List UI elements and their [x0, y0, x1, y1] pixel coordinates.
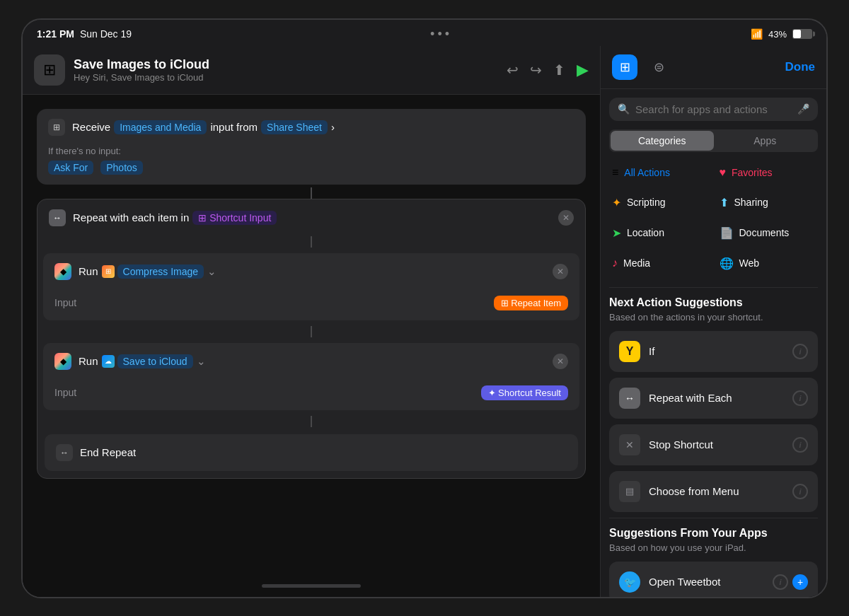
segment-control: Categories Apps	[609, 129, 818, 152]
divider-2	[609, 518, 818, 518]
wifi-icon: 📶	[751, 28, 763, 40]
all-actions-label: All Actions	[624, 167, 670, 178]
shortcut-result-badge[interactable]: ✦ Shortcut Result	[481, 385, 569, 400]
category-grid: ≡ All Actions ♥ Favorites ✦ Scripting ⬆ …	[609, 161, 818, 276]
status-right: 📶 43%	[751, 28, 812, 40]
main-content: ⊞ Save Images to iCloud Hey Siri, Save I…	[23, 46, 826, 597]
status-date: Sun Dec 19	[80, 28, 132, 40]
run-save-block: ◆ Run ☁ Save to iCloud ⌄ ✕	[43, 343, 579, 410]
add-action-btn[interactable]: ⊞	[612, 54, 637, 80]
cat-scripting[interactable]: ✦ Scripting	[609, 190, 711, 215]
tweetbot-icon: 🐦	[619, 571, 640, 593]
save-action-info: Input ✦ Shortcut Result	[43, 380, 579, 410]
repeat-input-token[interactable]: ⊞ Shortcut Input	[192, 211, 277, 225]
receive-action-block: ⊞ Receive Images and Media input from Sh…	[37, 109, 586, 185]
suggestion-choose-menu[interactable]: ▤ Choose from Menu i	[609, 471, 818, 512]
cat-sharing[interactable]: ⬆ Sharing	[717, 190, 819, 215]
search-bar: 🔍 🎤	[609, 98, 818, 121]
location-label: Location	[627, 227, 664, 238]
sharing-label: Sharing	[734, 197, 768, 208]
receive-source[interactable]: Share Sheet	[261, 120, 328, 134]
favorites-icon: ♥	[720, 166, 727, 179]
categories-tab[interactable]: Categories	[611, 131, 714, 151]
dots-icon: •••	[430, 27, 452, 41]
documents-icon: 📄	[720, 226, 734, 240]
run-save-icon: ◆	[54, 353, 71, 370]
editor-scroll[interactable]: ⊞ Receive Images and Media input from Sh…	[23, 95, 600, 576]
run-save-chevron: ⌄	[197, 355, 206, 368]
play-button[interactable]: ▶	[577, 61, 589, 79]
run-compress-chevron: ⌄	[207, 265, 216, 278]
suggestion-tweetbot[interactable]: 🐦 Open Tweetbot i +	[609, 562, 818, 597]
cat-location[interactable]: ➤ Location	[609, 221, 711, 245]
web-label: Web	[739, 257, 760, 269]
receive-action-row: ⊞ Receive Images and Media input from Sh…	[37, 109, 586, 146]
end-repeat-wrapper: ↔ End Repeat	[37, 427, 585, 478]
shortcut-title: Save Images to iCloud	[74, 57, 498, 72]
tweetbot-info-btn[interactable]: i	[773, 574, 788, 590]
status-center: •••	[430, 27, 452, 42]
repeat-each-info-btn[interactable]: i	[792, 390, 808, 406]
done-button[interactable]: Done	[785, 60, 816, 74]
home-bar	[262, 584, 361, 588]
stop-shortcut-icon: ✕	[619, 434, 640, 455]
status-left: 1:21 PM Sun Dec 19	[37, 28, 132, 40]
web-icon: 🌐	[720, 257, 734, 270]
cat-documents[interactable]: 📄 Documents	[717, 221, 819, 245]
settings-btn[interactable]: ⊜	[646, 54, 671, 80]
receive-input-from: input from	[210, 121, 258, 133]
repeat-item-badge[interactable]: ⊞ Repeat Item	[494, 296, 568, 310]
compress-app-icon: ⊞	[102, 265, 115, 278]
panel-header-icons: ⊞ ⊜	[612, 54, 671, 80]
home-indicator	[23, 576, 600, 597]
save-name-token[interactable]: Save to iCloud	[117, 354, 193, 368]
tweetbot-label: Open Tweetbot	[649, 576, 773, 588]
ask-for-token[interactable]: Ask For	[48, 161, 93, 175]
run-compress-block: ◆ Run ⊞ Compress Image ⌄ ✕	[43, 253, 579, 320]
receive-icon: ⊞	[48, 119, 65, 136]
suggestion-stop-shortcut[interactable]: ✕ Stop Shortcut i	[609, 424, 818, 465]
repeat-action-row: ↔ Repeat with each item in ⊞ Shortcut In…	[37, 199, 585, 236]
compress-action-info: Input ⊞ Repeat Item	[43, 290, 579, 320]
repeat-label: Repeat with each item in	[73, 211, 189, 223]
photos-token[interactable]: Photos	[100, 161, 143, 175]
shortcut-app-icon: ⊞	[34, 54, 65, 86]
choose-menu-info-btn[interactable]: i	[792, 484, 808, 499]
stop-shortcut-label: Stop Shortcut	[649, 438, 792, 451]
all-actions-icon: ≡	[612, 166, 618, 179]
apps-tab[interactable]: Apps	[714, 131, 817, 151]
suggestion-repeat-each[interactable]: ↔ Repeat with Each i	[609, 378, 818, 419]
redo-button[interactable]: ↪	[530, 62, 542, 79]
share-button[interactable]: ⬆	[553, 62, 565, 79]
repeat-close-btn[interactable]: ✕	[558, 210, 574, 226]
receive-input-type[interactable]: Images and Media	[114, 120, 207, 134]
next-action-title: Next Action Suggestions	[609, 296, 818, 309]
undo-button[interactable]: ↩	[507, 62, 519, 79]
sharing-icon: ⬆	[720, 196, 729, 209]
choose-menu-icon: ▤	[619, 481, 640, 502]
run-save-text: Run ☁ Save to iCloud ⌄	[79, 354, 545, 368]
tweetbot-add-btn[interactable]: +	[792, 574, 808, 590]
save-input-label: Input	[54, 387, 76, 398]
cat-media[interactable]: ♪ Media	[609, 251, 711, 276]
compress-input-label: Input	[54, 297, 76, 308]
panel-scroll[interactable]: ≡ All Actions ♥ Favorites ✦ Scripting ⬆ …	[601, 161, 826, 597]
divider-1	[609, 287, 818, 288]
cat-favorites[interactable]: ♥ Favorites	[717, 161, 819, 185]
no-input-label: If there's no input:	[48, 146, 574, 156]
compress-close-btn[interactable]: ✕	[553, 264, 568, 279]
documents-label: Documents	[739, 227, 790, 238]
if-info-btn[interactable]: i	[792, 344, 808, 359]
cat-web[interactable]: 🌐 Web	[717, 251, 819, 276]
suggestion-if[interactable]: Y If i	[609, 331, 818, 372]
repeat-each-label: Repeat with Each	[649, 392, 792, 404]
search-input[interactable]	[635, 103, 792, 115]
connector-inner-3	[311, 416, 312, 427]
stop-shortcut-info-btn[interactable]: i	[792, 437, 808, 453]
save-close-btn[interactable]: ✕	[553, 354, 568, 369]
mic-icon[interactable]: 🎤	[797, 103, 809, 115]
compress-name-token[interactable]: Compress Image	[117, 265, 204, 279]
cat-all-actions[interactable]: ≡ All Actions	[609, 161, 711, 185]
connector-inner-1	[311, 236, 312, 248]
end-repeat-label: End Repeat	[80, 446, 136, 458]
